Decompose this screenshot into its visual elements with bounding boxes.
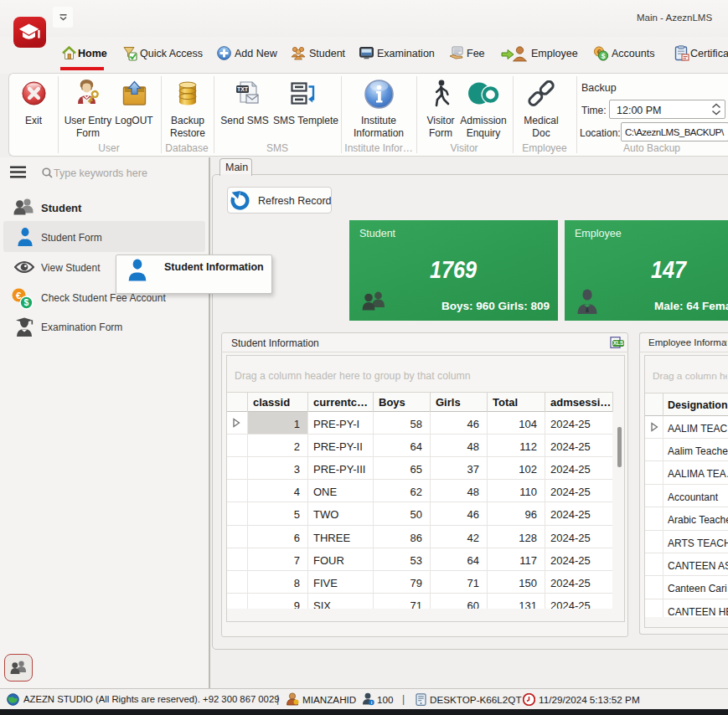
svg-text:TXT: TXT (237, 86, 249, 92)
svg-text:$: $ (24, 297, 29, 307)
svg-text:$: $ (602, 52, 606, 60)
svg-text:XLS: XLS (613, 340, 624, 346)
